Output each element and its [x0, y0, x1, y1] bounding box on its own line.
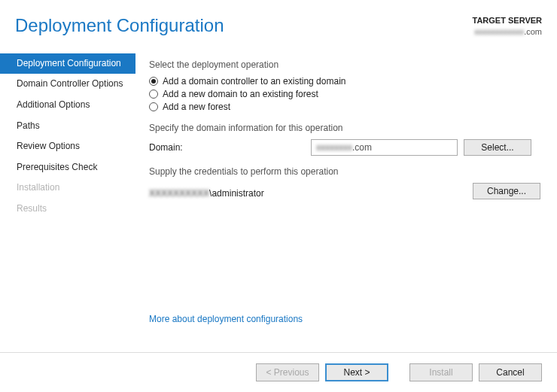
step-prerequisites-check[interactable]: Prerequisites Check	[0, 157, 135, 178]
radio-label: Add a new domain to an existing forest	[163, 89, 318, 99]
page-title: Deployment Configuration	[15, 15, 224, 36]
domain-info-label: Specify the domain information for this …	[149, 123, 542, 133]
radio-label: Add a domain controller to an existing d…	[163, 76, 345, 87]
target-server-block: TARGET SERVER xxxxxxxxxxxx.com	[473, 15, 543, 38]
radio-icon	[149, 102, 158, 111]
select-operation-label: Select the deployment operation	[149, 59, 542, 70]
radio-label: Add a new forest	[163, 102, 230, 112]
change-credentials-button[interactable]: Change...	[473, 183, 540, 199]
content-pane: Select the deployment operation Add a do…	[135, 46, 557, 332]
step-additional-options[interactable]: Additional Options	[0, 95, 135, 116]
step-paths[interactable]: Paths	[0, 116, 135, 137]
target-server-label: TARGET SERVER	[473, 15, 543, 26]
previous-button[interactable]: < Previous	[256, 363, 319, 381]
wizard-footer: < Previous Next > Install Cancel	[0, 352, 557, 392]
radio-icon	[149, 77, 158, 86]
step-installation: Installation	[0, 178, 135, 199]
step-domain-controller-options[interactable]: Domain Controller Options	[0, 74, 135, 95]
credentials-value: XXXXXXXXXX\administrator	[149, 188, 264, 199]
cancel-button[interactable]: Cancel	[479, 363, 542, 381]
wizard-steps-sidebar: Deployment Configuration Domain Controll…	[0, 46, 135, 332]
more-about-link[interactable]: More about deployment configurations	[149, 314, 303, 324]
step-deployment-configuration[interactable]: Deployment Configuration	[0, 53, 135, 74]
select-domain-button[interactable]: Select...	[464, 139, 531, 156]
next-button[interactable]: Next >	[325, 363, 388, 381]
radio-icon	[149, 90, 158, 99]
domain-field-label: Domain:	[149, 142, 311, 153]
radio-add-dc-existing-domain[interactable]: Add a domain controller to an existing d…	[149, 76, 542, 87]
target-server-host: xxxxxxxxxxxx.com	[473, 26, 543, 38]
step-review-options[interactable]: Review Options	[0, 136, 135, 157]
radio-add-new-forest[interactable]: Add a new forest	[149, 102, 542, 112]
step-results: Results	[0, 199, 135, 220]
domain-input[interactable]: xxxxxxxx.com	[311, 139, 458, 156]
credentials-label: Supply the credentials to perform this o…	[149, 166, 542, 177]
radio-add-domain-existing-forest[interactable]: Add a new domain to an existing forest	[149, 89, 542, 99]
install-button[interactable]: Install	[409, 363, 473, 381]
